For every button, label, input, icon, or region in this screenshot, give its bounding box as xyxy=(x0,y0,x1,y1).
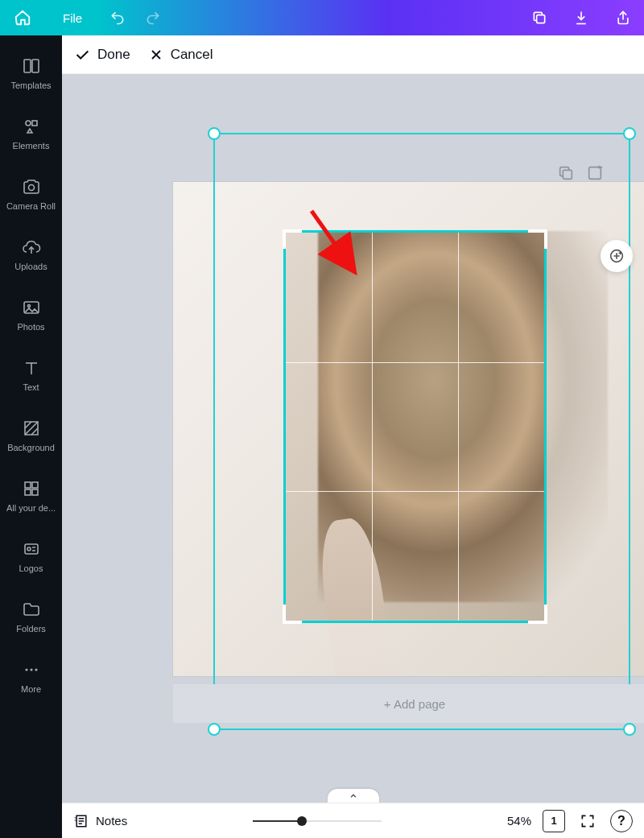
svg-point-14 xyxy=(25,669,27,671)
top-app-bar: File xyxy=(0,0,644,35)
zoom-thumb[interactable] xyxy=(297,816,307,826)
sidebar-item-logos[interactable]: Logos xyxy=(0,526,62,587)
redo-icon xyxy=(145,10,161,26)
background-icon xyxy=(22,419,41,438)
copy-button[interactable] xyxy=(518,0,560,35)
help-button[interactable]: ? xyxy=(610,810,633,832)
undo-icon xyxy=(109,10,126,26)
chevron-up-icon xyxy=(348,791,359,802)
share-icon xyxy=(615,10,631,26)
sidebar-item-label: Templates xyxy=(10,80,51,90)
svg-point-13 xyxy=(27,547,31,551)
sidebar-item-label: Elements xyxy=(13,141,50,151)
resize-handle-br[interactable] xyxy=(623,723,636,736)
crop-handle-tr[interactable] xyxy=(528,229,547,249)
main-area: Done Cancel xyxy=(62,35,644,803)
svg-point-7 xyxy=(27,305,30,308)
page-indicator[interactable]: 1 xyxy=(543,810,565,832)
crop-handle-bl[interactable] xyxy=(283,605,302,624)
crop-handle-tl[interactable] xyxy=(283,229,302,249)
grid-icon xyxy=(22,479,41,498)
zoom-slider[interactable] xyxy=(138,820,496,822)
cancel-label: Cancel xyxy=(171,47,213,63)
svg-point-16 xyxy=(35,669,37,671)
sidebar-item-more[interactable]: More xyxy=(0,647,62,708)
fullscreen-icon xyxy=(580,813,596,829)
sidebar-item-all-designs[interactable]: All your de... xyxy=(0,466,62,526)
fullscreen-button[interactable] xyxy=(576,810,599,832)
redo-button[interactable] xyxy=(135,0,171,35)
sidebar-item-camera-roll[interactable]: Camera Roll xyxy=(0,164,62,225)
sidebar-item-elements[interactable]: Elements xyxy=(0,104,62,164)
svg-rect-9 xyxy=(32,482,38,488)
help-label: ? xyxy=(617,814,625,828)
context-toolbar: Done Cancel xyxy=(62,35,644,74)
page-number: 1 xyxy=(551,815,556,827)
check-icon xyxy=(73,46,91,64)
add-page-label: + Add page xyxy=(384,697,445,711)
more-icon xyxy=(22,660,41,679)
undo-button[interactable] xyxy=(100,0,135,35)
add-page-button[interactable]: + Add page xyxy=(173,684,644,723)
crop-grid-line xyxy=(286,491,544,492)
crop-handle-br[interactable] xyxy=(528,605,547,624)
bottom-bar: Notes 54% 1 ? xyxy=(62,803,644,838)
sidebar-item-uploads[interactable]: Uploads xyxy=(0,225,62,285)
file-label: File xyxy=(63,11,82,25)
sidebar-item-label: Background xyxy=(7,443,55,452)
sidebar-item-text[interactable]: Text xyxy=(0,345,62,406)
svg-rect-1 xyxy=(24,60,31,72)
svg-rect-0 xyxy=(537,15,545,23)
sidebar-item-templates[interactable]: Templates xyxy=(0,43,62,104)
download-button[interactable] xyxy=(560,0,602,35)
canvas-area[interactable]: + Add page xyxy=(62,74,644,803)
sparkle-icon xyxy=(608,247,625,265)
svg-point-15 xyxy=(30,669,32,671)
notes-icon xyxy=(73,813,89,829)
cloud-upload-icon xyxy=(22,237,41,257)
sidebar-item-folders[interactable]: Folders xyxy=(0,587,62,647)
notes-label: Notes xyxy=(96,814,127,828)
zoom-value[interactable]: 54% xyxy=(507,814,531,828)
home-button[interactable] xyxy=(0,0,45,35)
sidebar-item-label: More xyxy=(21,684,41,694)
home-icon xyxy=(14,9,31,27)
expand-notch[interactable] xyxy=(328,789,379,803)
sidebar-item-label: All your de... xyxy=(6,503,56,513)
photos-icon xyxy=(22,298,41,317)
sidebar-item-background[interactable]: Background xyxy=(0,406,62,466)
file-menu[interactable]: File xyxy=(45,0,100,35)
sidebar-item-label: Camera Roll xyxy=(6,201,56,211)
zoom-track xyxy=(253,820,382,822)
crop-frame[interactable] xyxy=(283,230,547,623)
crop-grid-line xyxy=(372,233,373,621)
crop-grid-line xyxy=(458,233,459,621)
cancel-button[interactable]: Cancel xyxy=(148,47,213,63)
svg-point-5 xyxy=(28,185,34,191)
copy-icon xyxy=(531,10,547,26)
resize-handle-tl[interactable] xyxy=(208,127,221,140)
svg-rect-4 xyxy=(32,121,37,126)
sidebar-item-label: Uploads xyxy=(14,262,47,271)
close-icon xyxy=(148,47,164,63)
sidebar-item-photos[interactable]: Photos xyxy=(0,285,62,345)
text-icon xyxy=(22,358,41,378)
resize-handle-bl[interactable] xyxy=(208,723,221,736)
svg-rect-11 xyxy=(32,489,38,495)
svg-rect-10 xyxy=(25,489,31,495)
sidebar-item-label: Text xyxy=(23,382,39,392)
done-button[interactable]: Done xyxy=(73,46,130,64)
camera-icon xyxy=(22,177,41,196)
magic-fab-button[interactable] xyxy=(601,240,633,272)
sidebar-item-label: Folders xyxy=(16,624,46,634)
resize-handle-tr[interactable] xyxy=(623,127,636,140)
share-button[interactable] xyxy=(602,0,644,35)
notes-button[interactable]: Notes xyxy=(73,813,127,829)
download-icon xyxy=(573,10,589,26)
svg-rect-2 xyxy=(32,60,39,72)
done-label: Done xyxy=(97,47,130,63)
folder-icon xyxy=(22,600,41,619)
sidebar-item-label: Logos xyxy=(19,563,43,573)
sidebar-item-label: Photos xyxy=(17,322,44,332)
svg-rect-8 xyxy=(25,482,31,488)
